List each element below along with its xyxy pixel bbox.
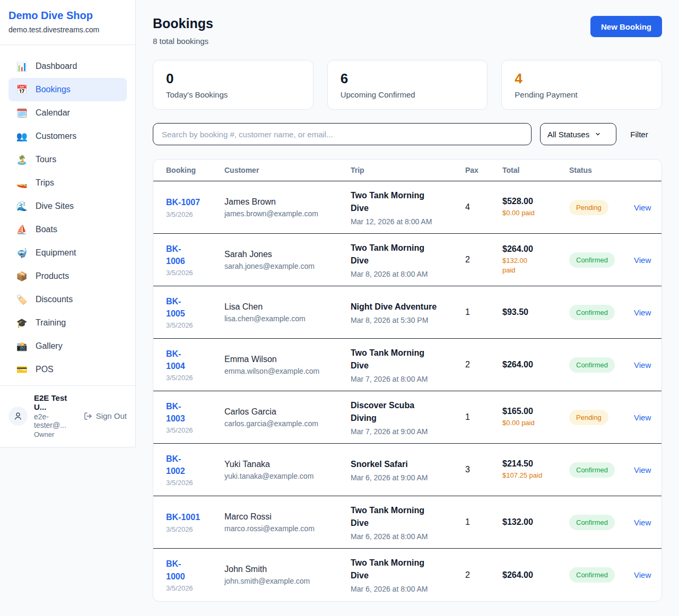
customer-email: james.brown@example.com xyxy=(224,209,351,218)
view-link[interactable]: View xyxy=(634,413,651,422)
sidebar-nav-item[interactable]: 🚤 Trips xyxy=(8,171,127,195)
sidebar-nav-item[interactable]: 🏷️ Discounts xyxy=(8,288,127,311)
trip-datetime: Mar 8, 2026 at 5:30 PM xyxy=(351,316,465,324)
sidebar-nav-item[interactable]: 📅 Bookings xyxy=(8,78,127,101)
cell-booking: BK- 1005 3/5/2026 xyxy=(166,295,224,329)
trip-datetime: Mar 7, 2026 at 9:00 AM xyxy=(351,427,465,436)
status-badge: Confirmed xyxy=(569,567,615,583)
nav-item-icon: 🎓 xyxy=(16,318,28,328)
logout-icon xyxy=(84,412,92,420)
customer-email: yuki.tanaka@example.com xyxy=(224,472,351,480)
cell-pax: 1 xyxy=(465,412,502,422)
stat-value: 0 xyxy=(166,71,300,87)
total-amount: $93.50 xyxy=(502,307,569,317)
table-row: BK- 1004 3/5/2026 Emma Wilson emma.wilso… xyxy=(153,339,661,391)
nav-item-label: Boats xyxy=(36,225,57,234)
status-badge: Confirmed xyxy=(569,305,615,320)
sidebar-nav-item[interactable]: 🗓️ Calendar xyxy=(8,101,127,125)
trip-datetime: Mar 8, 2026 at 8:00 AM xyxy=(351,270,465,278)
status-select-value: All Statuses xyxy=(547,130,589,139)
cell-booking: BK-1007 3/5/2026 xyxy=(166,196,224,218)
col-header-total: Total xyxy=(502,166,569,174)
paid-amount: $132.00 paid xyxy=(502,256,569,275)
cell-status: Pending xyxy=(569,200,608,215)
customer-email: lisa.chen@example.com xyxy=(224,314,351,323)
cell-total: $93.50 xyxy=(502,307,569,317)
status-badge: Confirmed xyxy=(569,252,615,268)
cell-customer: Lisa Chen lisa.chen@example.com xyxy=(224,302,351,323)
table-row: BK- 1006 3/5/2026 Sarah Jones sarah.jone… xyxy=(153,234,661,286)
booking-id-link[interactable]: BK- 1004 xyxy=(166,348,224,372)
sidebar-nav-item[interactable]: 🤿 Equipment xyxy=(8,241,127,265)
trip-datetime: Mar 6, 2026 at 8:00 AM xyxy=(351,532,465,541)
trip-name: Two Tank Morning Dive xyxy=(351,242,465,267)
paid-amount: $0.00 paid xyxy=(502,208,569,218)
view-link[interactable]: View xyxy=(634,308,651,317)
status-badge: Confirmed xyxy=(569,515,615,530)
user-role: Owner xyxy=(34,430,77,438)
cell-status: Confirmed xyxy=(569,515,615,530)
sidebar: Demo Dive Shop demo.test.divestreams.com… xyxy=(0,0,136,447)
booking-id-link[interactable]: BK-1001 xyxy=(166,511,224,523)
nav-item-label: Customers xyxy=(36,131,76,141)
cell-customer: Sarah Jones sarah.jones@example.com xyxy=(224,250,351,270)
status-badge: Confirmed xyxy=(569,462,615,478)
sidebar-nav-item[interactable]: ⛵ Boats xyxy=(8,218,127,241)
view-link[interactable]: View xyxy=(634,465,651,474)
booking-id-link[interactable]: BK- 1005 xyxy=(166,295,224,320)
sidebar-nav-item[interactable]: 📦 Products xyxy=(8,265,127,288)
nav-item-icon: ⛵ xyxy=(16,224,28,235)
trip-name: Snorkel Safari xyxy=(351,458,465,471)
cell-trip: Two Tank Morning Dive Mar 7, 2026 at 8:0… xyxy=(351,347,465,383)
sign-out-button[interactable]: Sign Out xyxy=(84,411,127,420)
view-link[interactable]: View xyxy=(634,256,651,265)
nav-item-label: Calendar xyxy=(36,108,70,118)
cell-pax: 1 xyxy=(465,307,502,317)
nav-item-icon: 📅 xyxy=(16,84,28,95)
cell-pax: 2 xyxy=(465,570,502,580)
col-header-booking: Booking xyxy=(166,166,224,174)
cell-customer: Marco Rossi marco.rossi@example.com xyxy=(224,512,351,533)
booking-id-link[interactable]: BK- 1000 xyxy=(166,558,224,582)
booking-id-link[interactable]: BK- 1006 xyxy=(166,243,224,267)
sidebar-nav-item[interactable]: 👥 Customers xyxy=(8,125,127,148)
customer-email: marco.rossi@example.com xyxy=(224,524,351,533)
nav-item-icon: 🗓️ xyxy=(16,108,28,118)
chevron-down-icon xyxy=(595,131,601,137)
cell-booking: BK-1001 3/5/2026 xyxy=(166,511,224,533)
sidebar-nav-item[interactable]: 💳 POS xyxy=(8,358,127,381)
new-booking-button[interactable]: New Booking xyxy=(590,16,662,37)
paid-amount: $107.25 paid xyxy=(502,471,569,480)
trip-datetime: Mar 7, 2026 at 8:00 AM xyxy=(351,375,465,383)
view-link[interactable]: View xyxy=(634,570,651,579)
cell-customer: Yuki Tanaka yuki.tanaka@example.com xyxy=(224,460,351,480)
view-link[interactable]: View xyxy=(634,518,651,527)
booking-id-link[interactable]: BK- 1003 xyxy=(166,400,224,425)
sidebar-nav-item[interactable]: 📸 Gallery xyxy=(8,335,127,358)
stat-label: Today's Bookings xyxy=(166,90,300,99)
view-link[interactable]: View xyxy=(634,360,651,369)
cell-trip: Night Dive Adventure Mar 8, 2026 at 5:30… xyxy=(351,301,465,324)
trip-name: Two Tank Morning Dive xyxy=(351,504,465,530)
cell-total: $165.00 $0.00 paid xyxy=(502,407,569,428)
view-link[interactable]: View xyxy=(634,203,651,212)
cell-booking: BK- 1000 3/5/2026 xyxy=(166,558,224,592)
main-content: Bookings 8 total bookings New Booking 0 … xyxy=(136,0,679,616)
cell-status: Confirmed xyxy=(569,357,615,373)
nav-item-label: Dive Sites xyxy=(36,201,74,211)
filter-button[interactable]: Filter xyxy=(625,130,653,139)
sidebar-nav-item[interactable]: 📊 Dashboard xyxy=(8,55,127,78)
trip-name: Discover Scuba Diving xyxy=(351,399,465,425)
sidebar-nav-item[interactable]: 🎓 Training xyxy=(8,311,127,335)
search-input[interactable] xyxy=(153,123,532,145)
nav-item-icon: 🤿 xyxy=(16,248,28,258)
page-title: Bookings xyxy=(153,16,213,31)
booking-id-link[interactable]: BK- 1002 xyxy=(166,453,224,477)
status-select[interactable]: All Statuses xyxy=(540,123,616,145)
trip-datetime: Mar 6, 2026 at 8:00 AM xyxy=(351,585,465,593)
col-header-customer: Customer xyxy=(224,166,351,174)
sidebar-nav-item[interactable]: 🌊 Dive Sites xyxy=(8,195,127,218)
booking-id-link[interactable]: BK-1007 xyxy=(166,196,224,208)
sidebar-nav-item[interactable]: 🏝️ Tours xyxy=(8,148,127,171)
cell-total: $264.00 xyxy=(502,360,569,369)
